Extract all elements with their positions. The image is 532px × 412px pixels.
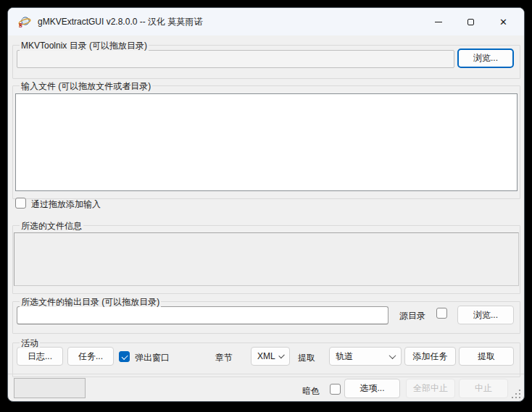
- mkvtoolnix-group-label: MKVToolnix 目录 (可以拖放目录): [20, 40, 149, 52]
- add-input-by-drag-checkbox[interactable]: [15, 198, 26, 209]
- app-window: g gMKVExtractGUI v2.8.0.0 -- 汉化 莫莫雨诺 ✕ M…: [7, 7, 525, 402]
- abort-all-button: 全部中止: [406, 379, 455, 398]
- file-info-group-label: 所选的文件信息: [20, 220, 83, 232]
- chevron-down-icon: [278, 352, 285, 358]
- input-files-list[interactable]: [15, 93, 518, 191]
- svg-text:g: g: [19, 20, 22, 28]
- add-input-by-drag-label: 通过拖放添加输入: [31, 198, 101, 211]
- minimize-icon: [435, 22, 442, 22]
- progress-bar: [14, 378, 86, 398]
- popup-window-checkbox[interactable]: [119, 351, 130, 362]
- activity-group-label: 活动: [20, 337, 40, 350]
- close-icon: ✕: [499, 17, 507, 28]
- maximize-button[interactable]: [454, 8, 487, 35]
- input-files-group-label: 输入文件 (可以拖放文件或者目录): [20, 80, 152, 93]
- add-job-button[interactable]: 添加任务: [404, 347, 456, 366]
- output-dir-input[interactable]: [17, 306, 388, 324]
- resize-grip-icon[interactable]: [512, 390, 520, 398]
- popup-window-label: 弹出窗口: [135, 352, 170, 364]
- extract-mode-label: 提取: [298, 352, 315, 364]
- window-title: gMKVExtractGUI v2.8.0.0 -- 汉化 莫莫雨诺: [38, 16, 202, 28]
- extract-mode-select[interactable]: 轨道: [329, 347, 402, 366]
- options-button[interactable]: 选项...: [344, 379, 400, 398]
- maximize-icon: [467, 19, 474, 25]
- chapter-label: 章节: [215, 352, 233, 364]
- app-icon: g: [18, 15, 31, 28]
- source-dir-label: 源目录: [399, 310, 425, 322]
- chevron-down-icon: [389, 352, 396, 359]
- jobs-button[interactable]: 任务...: [67, 347, 114, 366]
- source-dir-checkbox[interactable]: [436, 308, 447, 319]
- file-info-textarea: [14, 232, 519, 286]
- abort-button: 中止: [459, 379, 508, 398]
- titlebar[interactable]: g gMKVExtractGUI v2.8.0.0 -- 汉化 莫莫雨诺 ✕: [8, 8, 524, 35]
- chapter-format-select[interactable]: XML: [251, 347, 290, 366]
- output-dir-group-label: 所选文件的输出目录 (可以拖放目录): [20, 296, 161, 308]
- statusbar-separator: [8, 374, 524, 374]
- chapter-format-value: XML: [257, 351, 275, 361]
- close-button[interactable]: ✕: [487, 8, 520, 35]
- browse-mkvtoolnix-button[interactable]: 浏览...: [457, 49, 514, 68]
- dark-mode-checkbox[interactable]: [330, 384, 341, 395]
- mkvtoolnix-path-input[interactable]: [17, 50, 454, 68]
- minimize-button[interactable]: [422, 8, 454, 35]
- extract-button[interactable]: 提取: [459, 347, 514, 366]
- browse-output-dir-button[interactable]: 浏览...: [457, 306, 514, 324]
- extract-mode-value: 轨道: [336, 350, 386, 363]
- dark-mode-label: 暗色: [302, 385, 320, 398]
